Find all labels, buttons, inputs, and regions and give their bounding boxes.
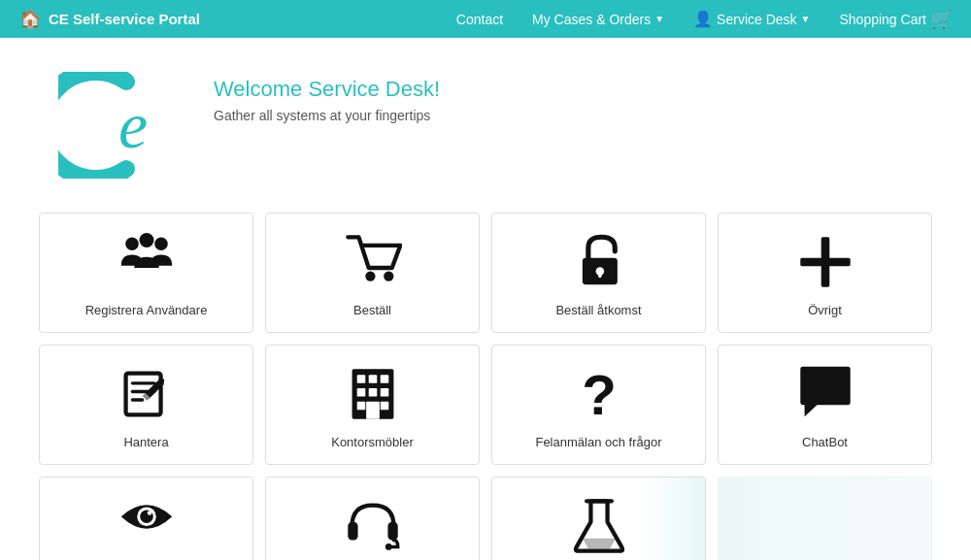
card-chatbot[interactable]: ChatBot xyxy=(718,345,932,465)
nav-links: Contact My Cases & Orders ▼ 👤 Service De… xyxy=(456,9,952,30)
card-kontorsmöbler[interactable]: Kontorsmöbler xyxy=(265,345,480,465)
svg-point-3 xyxy=(139,233,153,247)
cases-orders-dropdown[interactable]: My Cases & Orders ▼ xyxy=(532,12,664,27)
contact-link[interactable]: Contact xyxy=(456,12,503,27)
svg-rect-8 xyxy=(598,271,601,278)
brand-label: CE Self-service Portal xyxy=(49,11,200,27)
chat-icon xyxy=(796,365,854,423)
card-ovrigt-label: Övrigt xyxy=(808,303,842,317)
card-chatbot-label: ChatBot xyxy=(802,435,848,449)
svg-point-34 xyxy=(385,544,391,550)
card-register-users[interactable]: Registrera Användare xyxy=(39,213,253,333)
users-icon xyxy=(117,233,176,291)
cases-orders-label: My Cases & Orders xyxy=(532,12,651,27)
nav-brand[interactable]: 🏠 CE Self-service Portal xyxy=(19,9,456,30)
svg-rect-33 xyxy=(387,522,397,541)
card-bestall[interactable]: Beställ xyxy=(265,213,480,333)
logo-area: e xyxy=(39,67,204,183)
cart-icon xyxy=(344,233,402,291)
building-icon xyxy=(344,365,402,423)
eye-icon xyxy=(117,497,176,555)
svg-rect-24 xyxy=(380,388,388,397)
svg-rect-10 xyxy=(800,258,850,267)
edit-icon xyxy=(117,365,176,423)
experimental-icon xyxy=(570,497,628,555)
card-experimental[interactable]: Experimental xyxy=(491,477,706,560)
svg-text:e: e xyxy=(118,88,148,162)
welcome-title: Welcome Service Desk! xyxy=(214,77,440,102)
card-felanmalan[interactable]: ? Felanmälan och frågor xyxy=(491,345,706,465)
navbar: 🏠 CE Self-service Portal Contact My Case… xyxy=(0,0,971,38)
card-empty-placeholder xyxy=(718,477,932,560)
svg-point-2 xyxy=(154,238,168,251)
svg-rect-11 xyxy=(125,374,160,415)
svg-rect-26 xyxy=(380,402,388,411)
card-register-users-label: Registrera Användare xyxy=(85,303,208,317)
main-content: e Welcome Service Desk! Gather all syste… xyxy=(0,38,971,560)
header-section: e Welcome Service Desk! Gather all syste… xyxy=(39,67,932,183)
svg-rect-21 xyxy=(380,375,388,383)
welcome-subtitle: Gather all systems at your fingertips xyxy=(214,108,440,123)
card-kontorsmöbler-label: Kontorsmöbler xyxy=(331,435,414,449)
svg-point-5 xyxy=(384,271,393,280)
service-desk-arrow: ▼ xyxy=(801,14,811,24)
svg-rect-32 xyxy=(348,522,357,541)
svg-point-31 xyxy=(147,511,151,515)
card-display[interactable]: Display xyxy=(39,477,253,560)
unlock-icon xyxy=(570,233,628,291)
card-ovrigt[interactable]: Övrigt xyxy=(718,213,932,333)
card-felanmalan-label: Felanmälan och frågor xyxy=(535,435,661,449)
card-bestall-label: Beställ xyxy=(353,303,391,317)
card-grid: Registrera Användare Beställ xyxy=(39,213,932,560)
svg-point-1 xyxy=(125,238,139,251)
service-desk-label: Service Desk xyxy=(717,12,796,27)
service-desk-dropdown[interactable]: 👤 Service Desk ▼ xyxy=(693,10,810,28)
card-bestall-atkomst[interactable]: Beställ åtkomst xyxy=(491,213,706,333)
card-service-desk[interactable]: Service Desk xyxy=(265,477,480,560)
cart-icon: 🛒 xyxy=(930,9,952,30)
svg-rect-20 xyxy=(368,375,377,383)
svg-text:?: ? xyxy=(582,365,617,423)
logo-svg: e xyxy=(58,72,184,179)
svg-rect-27 xyxy=(366,402,380,419)
svg-rect-25 xyxy=(356,402,365,411)
svg-rect-22 xyxy=(356,388,365,397)
shopping-cart-link[interactable]: Shopping Cart 🛒 xyxy=(839,9,952,30)
user-icon: 👤 xyxy=(693,10,713,28)
home-icon: 🏠 xyxy=(19,9,41,30)
svg-rect-19 xyxy=(356,375,365,383)
question-icon: ? xyxy=(570,365,628,423)
svg-point-4 xyxy=(365,271,375,280)
plus-icon xyxy=(796,233,854,291)
headset-icon xyxy=(344,497,402,555)
card-hantera[interactable]: Hantera xyxy=(39,345,253,465)
shopping-cart-label: Shopping Cart xyxy=(839,12,926,27)
svg-rect-23 xyxy=(368,388,377,397)
welcome-text: Welcome Service Desk! Gather all systems… xyxy=(204,67,440,123)
card-hantera-label: Hantera xyxy=(123,435,168,449)
card-bestall-atkomst-label: Beställ åtkomst xyxy=(555,303,641,317)
cases-orders-arrow: ▼ xyxy=(654,14,664,24)
